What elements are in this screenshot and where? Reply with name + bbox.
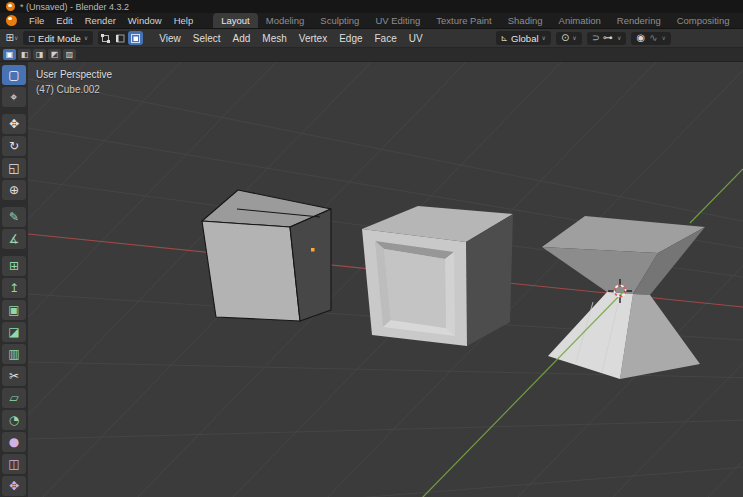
inset-inner-face[interactable] xyxy=(384,249,446,328)
blender-logo-icon xyxy=(6,2,15,11)
chevron-down-icon: ∨ xyxy=(84,35,88,41)
annotate-icon: ✎ xyxy=(9,211,19,223)
select-mode-subtract-button[interactable]: ◨ xyxy=(33,49,46,60)
rotate-tool-button[interactable]: ↻ xyxy=(2,136,26,156)
viewport-menu-uv[interactable]: UV xyxy=(403,32,429,45)
scale-tool-button[interactable]: ◱ xyxy=(2,158,26,178)
bevel-icon: ◪ xyxy=(8,326,19,338)
proportional-editing-group: ◉ ∿ ∨ xyxy=(631,32,671,45)
proportional-editing-toggle[interactable]: ◉ xyxy=(636,33,645,43)
edge-slide-icon: ◫ xyxy=(8,458,19,470)
cursor-tool-button[interactable]: ⌖ xyxy=(2,87,26,107)
transform-orientation-label: Global xyxy=(511,33,538,44)
inset-cube-mesh[interactable] xyxy=(362,206,513,346)
vertex-select-button[interactable] xyxy=(98,31,113,45)
select-box-icon: ▢ xyxy=(8,69,19,81)
viewport-scene xyxy=(28,62,743,497)
blender-window: * (Unsaved) - Blender 4.3.2 FileEditRend… xyxy=(0,0,743,497)
orientation-global-icon: ⊾ xyxy=(501,34,509,43)
transform-tool-button[interactable]: ⊕ xyxy=(2,180,26,200)
workspace-tab-rendering[interactable]: Rendering xyxy=(609,13,669,28)
mode-selector-label: Edit Mode xyxy=(38,33,81,44)
workspace-tab-layout[interactable]: Layout xyxy=(213,13,258,28)
menu-edit[interactable]: Edit xyxy=(50,14,78,27)
knife-tool-button[interactable]: ✂ xyxy=(2,366,26,386)
editor-3d-viewport-icon: ⊞ xyxy=(6,33,14,43)
extrude-region-tool-button[interactable]: ↥ xyxy=(2,278,26,298)
spin-tool-button[interactable]: ◔ xyxy=(2,410,26,430)
viewport-3d[interactable]: User Perspective (47) Cube.002 xyxy=(28,62,743,497)
inset-faces-icon: ▣ xyxy=(8,304,19,316)
select-mode-set-button[interactable]: ▣ xyxy=(3,49,16,60)
workspace-tab-sculpting[interactable]: Sculpting xyxy=(312,13,367,28)
blender-menu-icon[interactable] xyxy=(6,15,17,26)
chevron-down-icon: ∨ xyxy=(542,35,546,41)
move-tool-button[interactable]: ✥ xyxy=(2,114,26,134)
measure-icon: ∡ xyxy=(9,233,20,245)
workspace-tab-shading[interactable]: Shading xyxy=(500,13,551,28)
viewport-menu-add[interactable]: Add xyxy=(227,32,257,45)
active-object-label: (47) Cube.002 xyxy=(36,82,112,97)
add-cube-tool-button[interactable]: ⊞ xyxy=(2,256,26,276)
select-mode-extend-button[interactable]: ◧ xyxy=(18,49,31,60)
workspace-tab-modeling[interactable]: Modeling xyxy=(258,13,313,28)
select-box-tool-button[interactable]: ▢ xyxy=(2,65,26,85)
select-mode-intersect-button[interactable]: ▨ xyxy=(63,49,76,60)
select-mode-invert-button[interactable]: ◩ xyxy=(48,49,61,60)
inset-faces-tool-button[interactable]: ▣ xyxy=(2,300,26,320)
workspace-tab-texture-paint[interactable]: Texture Paint xyxy=(428,13,499,28)
scale-icon: ◱ xyxy=(8,162,19,174)
workspace-tab-uv-editing[interactable]: UV Editing xyxy=(367,13,428,28)
workspace-tabs: LayoutModelingSculptingUV EditingTexture… xyxy=(213,13,743,28)
face-select-icon xyxy=(131,34,140,43)
viewport-menu-select[interactable]: Select xyxy=(187,32,227,45)
edge-select-button[interactable] xyxy=(113,31,128,45)
toolbar: ▢⌖✥↻◱⊕✎∡⊞↥▣◪▥✂▱◔●◫✥▰◰ xyxy=(0,62,28,497)
editor-type-button[interactable]: ⊞ ∨ xyxy=(4,31,20,45)
face-select-button[interactable] xyxy=(128,31,143,45)
chevron-down-icon: ∨ xyxy=(14,35,18,41)
knife-icon: ✂ xyxy=(9,370,19,382)
header-right-controls: ⊾ Global ∨ ⊙ ∨ ∩ ⊶ ∨ ◉ ∿ ∨ xyxy=(496,31,671,45)
workspace-tab-animation[interactable]: Animation xyxy=(551,13,609,28)
viewport-menu-vertex[interactable]: Vertex xyxy=(293,32,333,45)
viewport-overlay-text: User Perspective (47) Cube.002 xyxy=(36,67,112,97)
menu-file[interactable]: File xyxy=(23,14,50,27)
mode-selector-dropdown[interactable]: ◻ Edit Mode ∨ xyxy=(23,31,93,45)
viewport-menu-face[interactable]: Face xyxy=(369,32,403,45)
bevel-tool-button[interactable]: ◪ xyxy=(2,322,26,342)
transform-orientation-dropdown[interactable]: ⊾ Global ∨ xyxy=(496,31,551,45)
loop-cut-tool-button[interactable]: ▥ xyxy=(2,344,26,364)
workspace-tab-compositing[interactable]: Compositing xyxy=(669,13,738,28)
top-bar: FileEditRenderWindowHelp LayoutModelingS… xyxy=(0,13,743,29)
annotate-tool-button[interactable]: ✎ xyxy=(2,207,26,227)
inset-bevel-right xyxy=(445,252,455,336)
cursor-icon: ⌖ xyxy=(11,91,18,103)
snap-target-icon[interactable]: ⊶ xyxy=(603,33,613,43)
viewport-menu-mesh[interactable]: Mesh xyxy=(256,32,292,45)
shrink-fatten-tool-button[interactable]: ✥ xyxy=(2,476,26,496)
long-box-left-face[interactable] xyxy=(202,221,300,321)
menu-help[interactable]: Help xyxy=(168,14,200,27)
poly-build-icon: ▱ xyxy=(9,392,18,404)
edit-mode-icon: ◻ xyxy=(28,34,35,43)
pivot-point-dropdown[interactable]: ⊙ ∨ xyxy=(556,32,582,45)
long-box-mesh[interactable] xyxy=(202,190,331,321)
object-origin-dot xyxy=(311,248,315,252)
tool-settings-bar: ▣◧◨◩▨ xyxy=(0,48,743,62)
workspace-tab-geometry-nodes[interactable]: Geometry Nodes xyxy=(738,13,743,28)
edge-select-icon xyxy=(116,34,125,43)
viewport-header: ⊞ ∨ ◻ Edit Mode ∨ xyxy=(0,29,743,48)
edge-slide-tool-button[interactable]: ◫ xyxy=(2,454,26,474)
magnet-snap-toggle[interactable]: ∩ xyxy=(590,34,600,41)
menu-window[interactable]: Window xyxy=(122,14,168,27)
poly-build-tool-button[interactable]: ▱ xyxy=(2,388,26,408)
measure-tool-button[interactable]: ∡ xyxy=(2,229,26,249)
viewport-menu-view[interactable]: View xyxy=(153,32,187,45)
window-title: * (Unsaved) - Blender 4.3.2 xyxy=(20,2,129,12)
viewport-menu-edge[interactable]: Edge xyxy=(333,32,368,45)
smooth-tool-button[interactable]: ● xyxy=(2,432,26,452)
proportional-falloff-icon[interactable]: ∿ xyxy=(649,33,657,43)
shrink-fatten-icon: ✥ xyxy=(9,480,19,492)
menu-render[interactable]: Render xyxy=(79,14,122,27)
